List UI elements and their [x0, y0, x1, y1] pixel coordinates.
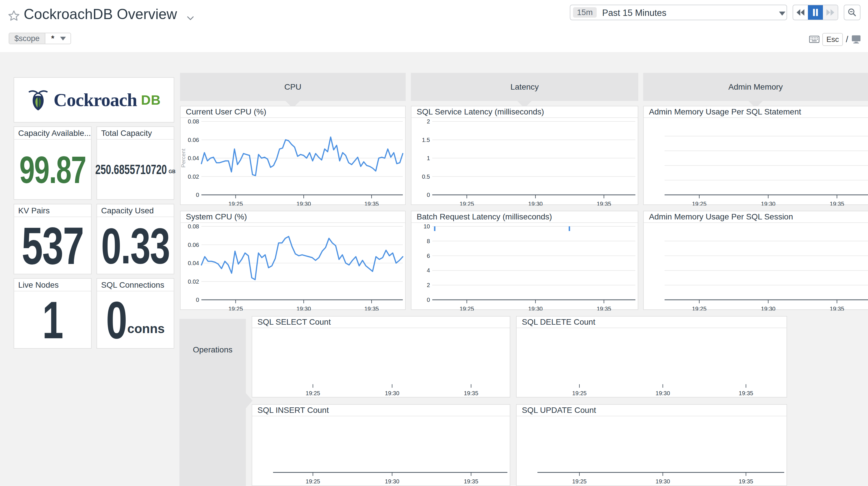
svg-text:19:35: 19:35	[830, 201, 844, 205]
logo-wordmark-db: DB	[141, 92, 161, 108]
group-label: Latency	[510, 82, 538, 92]
cockroachdb-logo-card[interactable]: Cockroach DB	[13, 77, 174, 122]
top-bar: CockroachDB Overview 15m Past 15 Minutes	[0, 0, 868, 32]
chart-plot: 108642019:2519:3019:35	[411, 211, 639, 311]
stat-value: 250.6855710720	[95, 162, 167, 177]
chart-admin-memory-session[interactable]: Admin Memory Usage Per SQL Session19:251…	[643, 211, 868, 310]
svg-text:19:30: 19:30	[761, 306, 776, 311]
zoom-out-icon	[847, 7, 857, 17]
svg-text:19:30: 19:30	[385, 478, 399, 485]
stat-live-nodes[interactable]: Live Nodes 1	[13, 278, 92, 349]
svg-text:4: 4	[427, 267, 430, 274]
stat-capacity-used[interactable]: Capacity Used 0.33	[96, 204, 174, 275]
stat-capacity-available[interactable]: Capacity Available... 99.87	[13, 126, 92, 200]
chart-admin-memory-statement[interactable]: Admin Memory Usage Per SQL Statement19:2…	[643, 106, 868, 205]
stat-title: Capacity Available...	[14, 127, 91, 140]
chart-plot: 19:2519:3019:35	[517, 317, 788, 398]
svg-text:19:30: 19:30	[656, 478, 670, 485]
fast-forward-icon	[825, 8, 835, 17]
svg-text:0.08: 0.08	[188, 223, 199, 230]
title-chevron-down-icon[interactable]	[185, 13, 196, 24]
pause-button[interactable]	[808, 5, 823, 20]
cockroach-bug-icon	[27, 89, 49, 111]
stat-title: Live Nodes	[14, 279, 91, 291]
svg-text:0: 0	[427, 192, 430, 198]
svg-text:19:25: 19:25	[572, 390, 587, 396]
time-range-selector[interactable]: 15m Past 15 Minutes	[570, 5, 787, 20]
esc-key-hint: Esc	[823, 33, 843, 46]
svg-text:19:30: 19:30	[656, 390, 670, 396]
svg-text:19:25: 19:25	[306, 478, 320, 485]
stat-kv-pairs[interactable]: KV Pairs 537	[13, 204, 92, 275]
scope-caret-icon	[60, 37, 66, 40]
stat-value: 537	[22, 216, 84, 276]
stat-total-capacity[interactable]: Total Capacity 250.6855710720 GB	[96, 126, 174, 200]
chart-sql-delete-count[interactable]: SQL DELETE Count19:2519:3019:35	[516, 316, 787, 398]
svg-text:1.5: 1.5	[422, 137, 430, 143]
svg-text:Percent: Percent	[181, 149, 186, 168]
svg-text:19:35: 19:35	[739, 390, 753, 396]
svg-text:19:30: 19:30	[528, 306, 542, 311]
stat-value: 0.33	[101, 217, 169, 275]
chart-plot: 0.080.060.040.02019:2519:3019:35	[181, 211, 406, 311]
group-header-admin-memory[interactable]: Admin Memory	[643, 73, 868, 101]
svg-text:1: 1	[427, 155, 430, 161]
rewind-icon	[796, 8, 806, 17]
zoom-out-button[interactable]	[844, 5, 861, 20]
svg-text:0.06: 0.06	[188, 137, 199, 143]
stat-sql-connections[interactable]: SQL Connections 0 conns	[96, 278, 174, 349]
group-header-cpu[interactable]: CPU	[180, 73, 406, 101]
shortcut-hints: Esc /	[809, 32, 861, 46]
svg-text:0.02: 0.02	[188, 279, 199, 285]
chart-batch-request-latency[interactable]: Batch Request Latency (milliseconds)1086…	[411, 211, 638, 310]
group-header-latency[interactable]: Latency	[411, 73, 638, 101]
chart-sql-service-latency[interactable]: SQL Service Latency (milliseconds)21.510…	[411, 106, 638, 205]
chart-plot: 21.510.5019:2519:3019:35	[411, 106, 639, 205]
svg-text:19:25: 19:25	[572, 478, 587, 485]
svg-text:19:25: 19:25	[459, 306, 474, 311]
svg-text:2: 2	[427, 118, 430, 124]
svg-text:0.06: 0.06	[188, 242, 199, 248]
chart-current-user-cpu[interactable]: Current User CPU (%)0.080.060.040.020Per…	[180, 106, 406, 205]
svg-text:6: 6	[427, 253, 430, 259]
playback-controls	[793, 5, 838, 20]
scope-var-name: $scope	[9, 33, 45, 44]
svg-text:19:35: 19:35	[597, 201, 611, 205]
svg-text:19:25: 19:25	[692, 306, 707, 311]
chart-plot: 19:2519:3019:35	[644, 211, 868, 311]
svg-text:19:35: 19:35	[739, 478, 753, 485]
stat-value: 99.87	[19, 148, 86, 192]
svg-text:0: 0	[427, 297, 430, 303]
chart-sql-update-count[interactable]: SQL UPDATE Count19:2519:3019:35	[516, 404, 787, 486]
tv-mode-icon[interactable]	[851, 35, 861, 44]
chart-sql-insert-count[interactable]: SQL INSERT Count19:2519:3019:35	[252, 404, 510, 486]
svg-text:10: 10	[424, 223, 430, 230]
time-range-badge: 15m	[573, 7, 597, 18]
chart-plot: 19:2519:3019:35	[252, 317, 511, 398]
favorite-star-icon[interactable]	[7, 9, 20, 22]
group-header-operations[interactable]: Operations	[180, 319, 246, 486]
chart-sql-select-count[interactable]: SQL SELECT Count19:2519:3019:35	[252, 316, 510, 398]
fast-forward-button[interactable]	[823, 5, 838, 20]
logo-wordmark: Cockroach	[54, 89, 137, 111]
chart-plot: 19:2519:3019:35	[252, 405, 511, 486]
svg-text:19:35: 19:35	[464, 390, 478, 396]
keyboard-icon	[809, 35, 819, 44]
svg-text:19:35: 19:35	[364, 201, 379, 205]
svg-text:0.02: 0.02	[188, 173, 199, 180]
svg-text:19:30: 19:30	[761, 201, 776, 205]
stat-value: 1	[42, 290, 63, 350]
group-label: Admin Memory	[728, 82, 783, 92]
template-variable-scope[interactable]: $scope *	[9, 33, 71, 44]
svg-text:0.04: 0.04	[188, 260, 199, 266]
chart-system-cpu[interactable]: System CPU (%)0.080.060.040.02019:2519:3…	[180, 211, 406, 310]
stat-unit: GB	[168, 169, 176, 174]
svg-text:19:35: 19:35	[464, 478, 478, 485]
svg-text:19:35: 19:35	[830, 306, 844, 311]
chart-plot: 19:2519:3019:35	[644, 106, 868, 205]
svg-text:0: 0	[196, 297, 199, 303]
stat-title: SQL Connections	[97, 279, 174, 291]
svg-text:0.04: 0.04	[188, 155, 199, 161]
rewind-button[interactable]	[793, 5, 808, 20]
svg-text:19:35: 19:35	[364, 306, 379, 311]
